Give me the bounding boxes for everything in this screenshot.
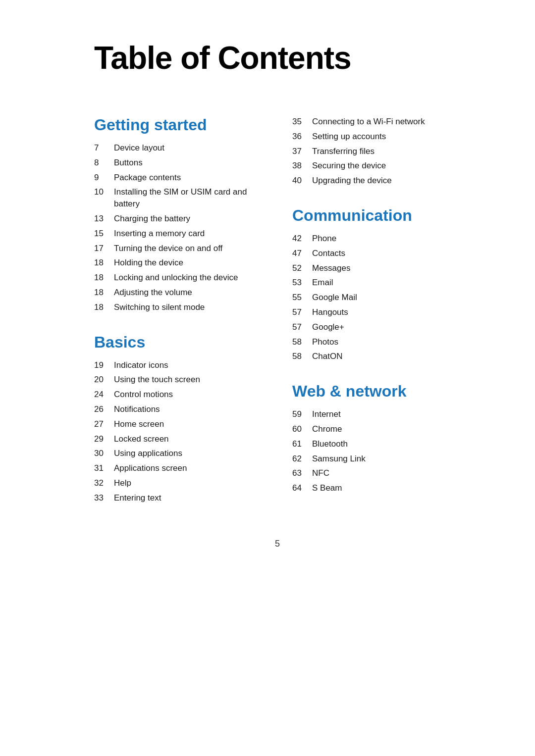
- list-item: 20 Using the touch screen: [94, 374, 263, 386]
- page-number: 57: [292, 321, 312, 333]
- item-label: S Beam: [312, 482, 342, 494]
- page-number: 57: [292, 306, 312, 318]
- list-item: 33 Entering text: [94, 492, 263, 504]
- item-label: Bluetooth: [312, 438, 348, 450]
- page-number: 18: [94, 302, 114, 313]
- item-label: Notifications: [114, 403, 160, 415]
- item-label: Connecting to a Wi-Fi network: [312, 116, 425, 128]
- list-item: 62 Samsung Link: [292, 453, 461, 465]
- list-item: 18 Adjusting the volume: [94, 287, 263, 299]
- list-item: 19 Indicator icons: [94, 359, 263, 371]
- list-item: 30 Using applications: [94, 448, 263, 459]
- item-label: NFC: [312, 467, 329, 479]
- page-title: Table of Contents: [94, 40, 461, 76]
- item-label: Help: [114, 477, 131, 489]
- item-label: Using the touch screen: [114, 374, 200, 386]
- page-number: 15: [94, 228, 114, 240]
- list-item: 35 Connecting to a Wi-Fi network: [292, 116, 461, 128]
- page-number: 35: [292, 116, 312, 128]
- list-item: 63 NFC: [292, 467, 461, 479]
- page-number: 20: [94, 374, 114, 386]
- list-item: 42 Phone: [292, 233, 461, 245]
- page-number: 62: [292, 453, 312, 465]
- page-number: 60: [292, 423, 312, 435]
- section-title-basics: Basics: [94, 333, 263, 352]
- item-label: Control motions: [114, 389, 173, 401]
- page-number: 52: [292, 262, 312, 274]
- item-label: Internet: [312, 408, 341, 420]
- list-item: 40 Upgrading the device: [292, 175, 461, 187]
- item-label: Home screen: [114, 418, 164, 430]
- page-number: 26: [94, 403, 114, 415]
- page-number: 61: [292, 438, 312, 450]
- page-footer: 5: [94, 539, 461, 549]
- page-number: 47: [292, 248, 312, 259]
- list-item: 37 Transferring files: [292, 146, 461, 157]
- list-item: 15 Inserting a memory card: [94, 228, 263, 240]
- item-label: Device layout: [114, 142, 164, 154]
- list-item: 32 Help: [94, 477, 263, 489]
- item-label: Switching to silent mode: [114, 302, 205, 313]
- page-number: 40: [292, 175, 312, 187]
- list-item: 53 Email: [292, 277, 461, 289]
- content-wrapper: Getting started 7 Device layout 8 Button…: [94, 116, 461, 509]
- item-label: Google Mail: [312, 292, 357, 303]
- item-label: Photos: [312, 336, 338, 348]
- basics-list: 19 Indicator icons 20 Using the touch sc…: [94, 359, 263, 504]
- page-number: 42: [292, 233, 312, 245]
- item-label: Installing the SIM or USIM card and batt…: [114, 186, 263, 210]
- section-title-communication: Communication: [292, 206, 461, 225]
- list-item: 55 Google Mail: [292, 292, 461, 303]
- page-number: 18: [94, 257, 114, 269]
- page-number: 19: [94, 359, 114, 371]
- page-number: 32: [94, 477, 114, 489]
- list-item: 58 Photos: [292, 336, 461, 348]
- list-item: 9 Package contents: [94, 172, 263, 184]
- list-item: 18 Switching to silent mode: [94, 302, 263, 313]
- page-number: 64: [292, 482, 312, 494]
- item-label: Charging the battery: [114, 213, 190, 225]
- item-label: Locking and unlocking the device: [114, 272, 238, 284]
- item-label: ChatON: [312, 351, 342, 362]
- item-label: Securing the device: [312, 160, 386, 172]
- list-item: 13 Charging the battery: [94, 213, 263, 225]
- item-label: Applications screen: [114, 462, 187, 474]
- item-label: Inserting a memory card: [114, 228, 205, 240]
- page-number: 10: [94, 186, 114, 198]
- page-number: 38: [292, 160, 312, 172]
- page-number: 9: [94, 172, 114, 184]
- item-label: Indicator icons: [114, 359, 168, 371]
- item-label: Upgrading the device: [312, 175, 392, 187]
- list-item: 27 Home screen: [94, 418, 263, 430]
- getting-started-list: 7 Device layout 8 Buttons 9 Package cont…: [94, 142, 263, 313]
- item-label: Phone: [312, 233, 336, 245]
- page-number: 17: [94, 243, 114, 254]
- item-label: Samsung Link: [312, 453, 366, 465]
- item-label: Locked screen: [114, 433, 169, 445]
- item-label: Holding the device: [114, 257, 183, 269]
- page: Table of Contents Getting started 7 Devi…: [54, 0, 481, 579]
- item-label: Transferring files: [312, 146, 374, 157]
- page-number: 63: [292, 467, 312, 479]
- list-item: 7 Device layout: [94, 142, 263, 154]
- list-item: 52 Messages: [292, 262, 461, 274]
- list-item: 58 ChatON: [292, 351, 461, 362]
- page-number: 31: [94, 462, 114, 474]
- page-number: 58: [292, 336, 312, 348]
- page-number: 7: [94, 142, 114, 154]
- page-number: 27: [94, 418, 114, 430]
- page-number-footer: 5: [275, 539, 280, 549]
- left-column: Getting started 7 Device layout 8 Button…: [94, 116, 263, 509]
- page-number: 24: [94, 389, 114, 401]
- list-item: 64 S Beam: [292, 482, 461, 494]
- list-item: 47 Contacts: [292, 248, 461, 259]
- list-item: 59 Internet: [292, 408, 461, 420]
- item-label: Hangouts: [312, 306, 348, 318]
- page-number: 13: [94, 213, 114, 225]
- item-label: Buttons: [114, 157, 143, 169]
- item-label: Adjusting the volume: [114, 287, 192, 299]
- list-item: 29 Locked screen: [94, 433, 263, 445]
- list-item: 17 Turning the device on and off: [94, 243, 263, 254]
- item-label: Turning the device on and off: [114, 243, 222, 254]
- list-item: 18 Holding the device: [94, 257, 263, 269]
